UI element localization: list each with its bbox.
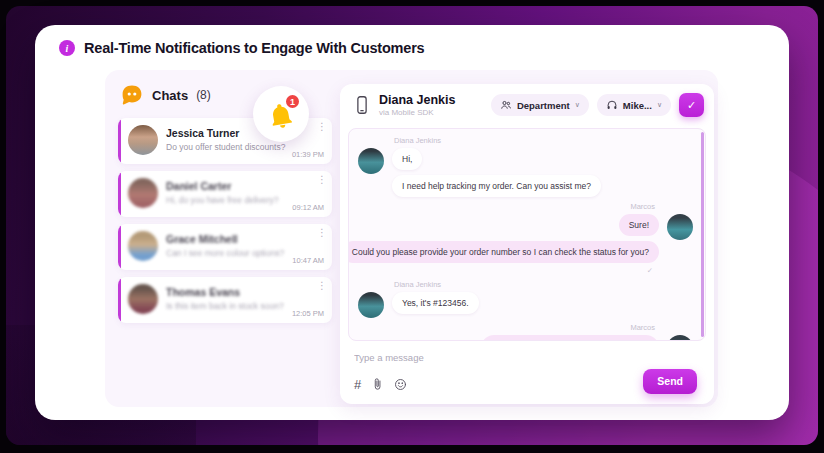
- content-panel: Chats (8) Jessica Turner Do you offer st…: [105, 70, 718, 407]
- send-button[interactable]: Send: [643, 369, 697, 394]
- message-bubble: Hi,: [392, 148, 422, 170]
- message-bubble: I need help tracking my order. Can you a…: [392, 175, 601, 197]
- message-bubble: Could you please provide your order numb…: [348, 241, 659, 263]
- message-bubble: Yes, it's #123456.: [392, 292, 479, 314]
- avatar: [358, 148, 384, 174]
- notification-badge: 1: [284, 93, 301, 110]
- agent-dropdown[interactable]: Mike... ∨: [597, 94, 671, 116]
- chats-header: Chats (8): [120, 83, 211, 107]
- chat-item-time: 12:05 PM: [292, 309, 324, 318]
- chats-count: (8): [196, 88, 211, 102]
- message-sender: Diana Jenkins: [394, 136, 693, 145]
- agent-label: Mike...: [623, 100, 652, 111]
- avatar: [128, 125, 158, 155]
- chevron-down-icon: ∨: [657, 101, 662, 109]
- notification-bell[interactable]: 1: [253, 86, 309, 142]
- group-icon: [500, 99, 512, 111]
- messages-area: Diana Jenkins Hi, I need help tracking m…: [348, 128, 706, 341]
- attachment-icon[interactable]: [371, 377, 384, 391]
- headphones-icon: [606, 99, 618, 111]
- hashtag-icon[interactable]: #: [354, 378, 361, 391]
- chat-item-time: 01:39 PM: [292, 150, 324, 159]
- chat-item-time: 09:12 AM: [292, 203, 324, 212]
- department-label: Department: [517, 100, 570, 111]
- chat-item-name: Grace Mitchell: [166, 233, 284, 245]
- title-row: i Real-Time Notifications to Engage With…: [59, 40, 424, 56]
- main-card: i Real-Time Notifications to Engage With…: [35, 25, 789, 420]
- chats-title: Chats: [152, 88, 188, 103]
- contact-channel: via Mobile SDK: [379, 108, 455, 117]
- scrollbar[interactable]: [701, 132, 704, 337]
- chat-item-message: Can I see more colour options?: [166, 248, 284, 258]
- chat-list: Jessica Turner Do you offer student disc…: [118, 118, 332, 330]
- message-group: Marcos Thank you! Let me check that for …: [358, 323, 693, 341]
- chat-item-message: Do you offer student discounts?: [166, 142, 285, 152]
- page-title: Real-Time Notifications to Engage With C…: [84, 40, 424, 56]
- chat-item-name: Daniel Carter: [166, 180, 278, 192]
- message-sender: Marcos: [358, 202, 655, 211]
- chat-bubble-icon: [120, 83, 144, 107]
- chat-window-header: Diana Jenkis via Mobile SDK Department ∨: [340, 84, 714, 126]
- message-bubble: Sure!: [619, 214, 659, 236]
- avatar: [128, 231, 158, 261]
- chat-list-item-daniel[interactable]: Daniel Carter Hi, do you have free deliv…: [118, 171, 332, 217]
- chat-item-message: Is this item back in stock soon?: [166, 301, 284, 311]
- more-options-icon[interactable]: ⋮: [317, 281, 327, 291]
- message-input[interactable]: [354, 352, 574, 363]
- more-options-icon[interactable]: ⋮: [317, 175, 327, 185]
- chat-item-time: 10:47 AM: [292, 256, 324, 265]
- screenshot-frame: i Real-Time Notifications to Engage With…: [0, 0, 824, 453]
- chat-item-message: Hi, do you have free delivery?: [166, 195, 278, 205]
- department-dropdown[interactable]: Department ∨: [491, 94, 589, 116]
- chat-window: Diana Jenkis via Mobile SDK Department ∨: [340, 84, 714, 404]
- avatar: [667, 214, 693, 240]
- avatar: [128, 284, 158, 314]
- avatar: [358, 292, 384, 318]
- message-sender: Diana Jenkins: [394, 280, 693, 289]
- delivery-status: ✓: [358, 266, 653, 275]
- chat-list-item-thomas[interactable]: Thomas Evans Is this item back in stock …: [118, 277, 332, 323]
- chat-list-item-grace[interactable]: Grace Mitchell Can I see more colour opt…: [118, 224, 332, 270]
- chat-item-name: Thomas Evans: [166, 286, 284, 298]
- message-group: Diana Jenkins Yes, it's #123456.: [358, 280, 693, 318]
- emoji-icon[interactable]: [394, 378, 407, 391]
- avatar: [128, 178, 158, 208]
- info-icon: i: [59, 40, 75, 56]
- message-group: Marcos Sure! Could you please provide yo…: [358, 202, 693, 275]
- chevron-down-icon: ∨: [575, 101, 580, 109]
- composer: #: [340, 341, 714, 404]
- message-sender: Marcos: [358, 323, 655, 332]
- more-options-icon[interactable]: ⋮: [317, 228, 327, 238]
- contact-name: Diana Jenkis: [379, 93, 455, 107]
- mobile-phone-icon: [353, 94, 371, 116]
- resolve-check-button[interactable]: ✓: [679, 93, 704, 117]
- more-options-icon[interactable]: ⋮: [317, 122, 327, 132]
- message-group: Diana Jenkins Hi, I need help tracking m…: [358, 136, 693, 197]
